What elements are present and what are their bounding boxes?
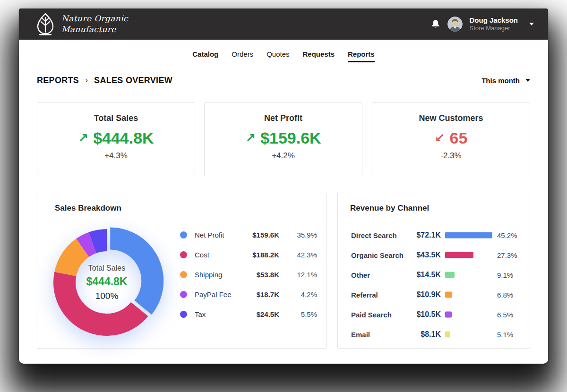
- app-header: Nature Organic Manufacture: [19, 9, 548, 40]
- app-window: Nature Organic Manufacture: [19, 9, 548, 364]
- legend-row-tax: Tax $24.5K 5.5%: [180, 304, 317, 324]
- legend-dot-icon: [180, 311, 187, 318]
- channel-bar: [445, 252, 473, 258]
- channel-row-paid-search: Paid Search $10.5K 6.5%: [351, 305, 520, 324]
- legend-dot-icon: [180, 251, 187, 258]
- channel-bar: [445, 332, 450, 338]
- kpi-title: New Customers: [372, 113, 530, 123]
- sales-breakdown-card: Sales Breakdown Total Sales $444.8K 100%…: [37, 193, 326, 349]
- revenue-by-channel-card: Revenue by Channel Direct Search $72.1K …: [337, 193, 530, 349]
- notifications-bell-icon[interactable]: [430, 18, 441, 30]
- tab-reports[interactable]: Reports: [348, 50, 375, 62]
- kpi-card-net-profit: Net Profit ↗ $159.6K +4.2%: [204, 102, 362, 176]
- tab-quotes[interactable]: Quotes: [266, 50, 289, 62]
- kpi-change: +4.3%: [37, 151, 195, 161]
- kpi-change: -2.3%: [372, 151, 530, 161]
- avatar-image: [447, 17, 463, 32]
- donut-slice-cost[interactable]: [53, 272, 148, 336]
- breadcrumb-separator-icon: ›: [85, 76, 88, 85]
- kpi-title: Total Sales: [37, 113, 195, 123]
- period-selector[interactable]: This month: [481, 77, 530, 85]
- legend-row-cost: Cost $188.2K 42.3%: [180, 245, 317, 264]
- period-value: This month: [481, 77, 520, 85]
- user-menu-caret-icon[interactable]: [529, 23, 534, 26]
- channel-row-other: Other $14.5K 9.1%: [351, 265, 520, 285]
- donut-slice-net-profit[interactable]: [110, 228, 163, 315]
- trend-up-icon: ↗: [78, 131, 88, 145]
- main-nav: Catalog Orders Quotes Requests Reports: [19, 50, 548, 62]
- brand-logo[interactable]: Nature Organic Manufacture: [36, 13, 128, 35]
- channel-bar: [445, 272, 455, 278]
- kpi-value: $159.6K: [260, 129, 321, 147]
- tab-requests[interactable]: Requests: [303, 50, 335, 62]
- channel-rows: Direct Search $72.1K 45.2% Organic Searc…: [351, 225, 520, 344]
- channel-row-direct-search: Direct Search $72.1K 45.2%: [351, 225, 520, 245]
- brand-line2: Manufacture: [61, 24, 128, 35]
- leaf-logo-icon: [36, 13, 55, 35]
- revenue-by-channel-title: Revenue by Channel: [350, 204, 429, 213]
- page-title: SALES OVERVIEW: [94, 76, 172, 85]
- kpi-card-total-sales: Total Sales ↗ $444.8K +4.3%: [37, 102, 195, 176]
- legend-row-shipping: Shipping $53.8K 12.1%: [180, 264, 317, 284]
- channel-row-organic-search: Organic Search $43.5K 27.3%: [351, 245, 520, 265]
- legend-dot-icon: [180, 271, 187, 278]
- legend-row-net-profit: Net Profit $159.6K 35.9%: [180, 225, 317, 245]
- user-name: Doug Jackson: [469, 16, 518, 25]
- page: Nature Organic Manufacture: [0, 0, 567, 392]
- user-avatar[interactable]: [447, 17, 463, 32]
- breadcrumb: REPORTS › SALES OVERVIEW: [37, 76, 172, 85]
- tab-catalog[interactable]: Catalog: [192, 50, 218, 62]
- trend-down-icon: ↙: [435, 131, 445, 145]
- channel-row-referral: Referral $10.9K 6.8%: [351, 285, 520, 305]
- page-header-row: REPORTS › SALES OVERVIEW This month: [37, 73, 530, 88]
- legend-dot-icon: [180, 231, 187, 239]
- kpi-title: Net Profit: [205, 113, 362, 123]
- channel-bar: [445, 292, 452, 298]
- brand-name: Nature Organic Manufacture: [61, 13, 128, 35]
- kpi-change: +4.2%: [205, 151, 362, 161]
- period-caret-icon: [525, 79, 530, 82]
- header-right: Doug Jackson Store Manager: [430, 16, 534, 33]
- legend-row-paypal-fee: PayPal Fee $18.7K 4.2%: [180, 284, 317, 304]
- donut-legend: Net Profit $159.6K 35.9% Cost $188.2K 42…: [180, 225, 317, 324]
- tab-orders[interactable]: Orders: [232, 50, 253, 62]
- user-menu[interactable]: Doug Jackson Store Manager: [469, 16, 518, 33]
- kpi-value: $444.8K: [93, 129, 154, 147]
- channel-row-email: Email $8.1K 5.1%: [351, 324, 520, 344]
- kpi-card-new-customers: New Customers ↙ 65 -2.3%: [372, 102, 530, 176]
- legend-dot-icon: [180, 291, 187, 298]
- breadcrumb-reports[interactable]: REPORTS: [37, 76, 79, 85]
- kpi-value: 65: [449, 129, 467, 147]
- trend-up-icon: ↗: [245, 131, 256, 145]
- channel-bar: [445, 312, 452, 318]
- channel-bar: [445, 232, 492, 239]
- donut-chart[interactable]: [48, 223, 166, 341]
- sales-breakdown-title: Sales Breakdown: [55, 204, 121, 213]
- user-role: Store Manager: [469, 25, 518, 32]
- brand-line1: Nature Organic: [61, 13, 128, 24]
